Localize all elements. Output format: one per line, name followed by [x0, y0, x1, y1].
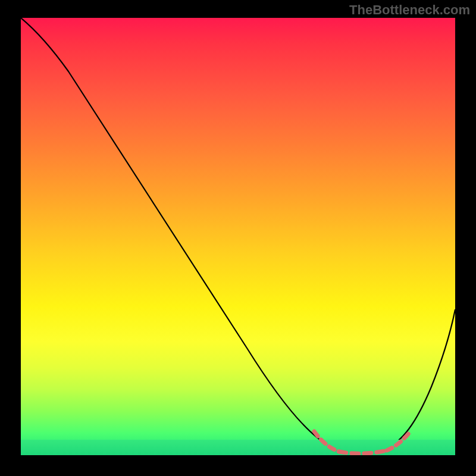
chart-bottom-band [21, 440, 455, 455]
watermark-text: TheBottleneck.com [349, 2, 470, 18]
bottleneck-curve [21, 18, 455, 452]
chart-curve-svg [21, 18, 455, 455]
chart-plot-area [21, 18, 455, 455]
